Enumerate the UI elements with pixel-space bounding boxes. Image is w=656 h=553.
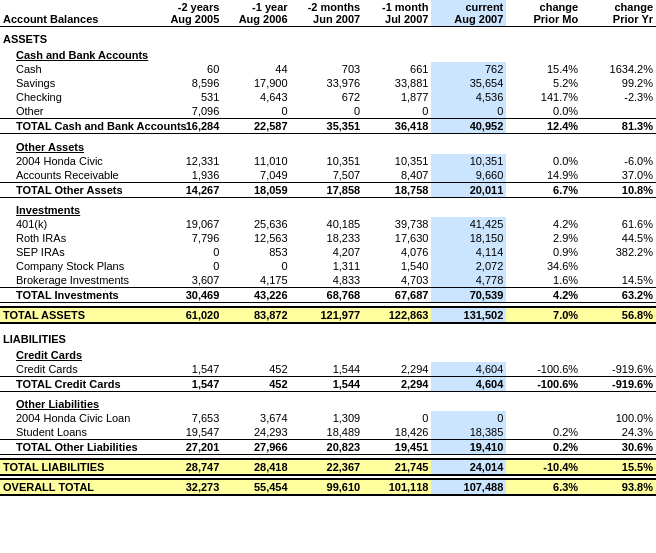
checking-row: Checking 531 4,643 672 1,877 4,536 141.7… <box>0 90 656 104</box>
total-liabilities-row: TOTAL LIABILITIES 28,747 28,418 22,367 2… <box>0 459 656 475</box>
brokerage-row: Brokerage Investments 3,607 4,175 4,833 … <box>0 273 656 288</box>
accounts-receivable-row: Accounts Receivable 1,936 7,049 7,507 8,… <box>0 168 656 183</box>
col-header-current: current Aug 2007 <box>431 0 506 27</box>
student-loans-row: Student Loans 19,547 24,293 18,489 18,42… <box>0 425 656 440</box>
sep-ira-row: SEP IRAs 0 853 4,207 4,076 4,114 0.9% 38… <box>0 245 656 259</box>
cash-subsection-header: Cash and Bank Accounts <box>0 46 656 62</box>
other-liabilities-header: Other Liabilities <box>0 395 656 411</box>
col-header-3: -2 months Jun 2007 <box>291 0 364 27</box>
savings-row: Savings 8,596 17,900 33,976 33,881 35,65… <box>0 76 656 90</box>
401k-row: 401(k) 19,067 25,636 40,185 39,738 41,42… <box>0 217 656 231</box>
assets-section-header: ASSETS <box>0 27 656 47</box>
investments-header: Investments <box>0 201 656 217</box>
cash-row: Cash 60 44 703 661 762 15.4% 1634.2% <box>0 62 656 76</box>
total-credit-cards-row: TOTAL Credit Cards 1,547 452 1,544 2,294… <box>0 376 656 391</box>
roth-ira-row: Roth IRAs 7,796 12,563 18,233 17,630 18,… <box>0 231 656 245</box>
total-investments-row: TOTAL Investments 30,469 43,226 68,768 6… <box>0 288 656 303</box>
other-cash-row: Other 7,096 0 0 0 0 0.0% <box>0 104 656 119</box>
credit-cards-row: Credit Cards 1,547 452 1,544 2,294 4,604… <box>0 362 656 377</box>
col-header-6: change Prior Mo <box>506 0 581 27</box>
col-header-7: change Prior Yr <box>581 0 656 27</box>
honda-loan-row: 2004 Honda Civic Loan 7,653 3,674 1,309 … <box>0 411 656 425</box>
total-assets-row: TOTAL ASSETS 61,020 83,872 121,977 122,8… <box>0 307 656 323</box>
column-header-row: Account Balances -2 years Aug 2005 -1 ye… <box>0 0 656 27</box>
total-other-liabilities-row: TOTAL Other Liabilities 27,201 27,966 20… <box>0 440 656 455</box>
credit-cards-header: Credit Cards <box>0 346 656 362</box>
col-header-2: -1 year Aug 2006 <box>222 0 290 27</box>
col-header-1: -2 years Aug 2005 <box>154 0 222 27</box>
total-other-assets-row: TOTAL Other Assets 14,267 18,059 17,858 … <box>0 182 656 197</box>
liabilities-section-header: LIABILITIES <box>0 327 656 346</box>
col-header-4: -1 month Jul 2007 <box>363 0 431 27</box>
overall-total-row: OVERALL TOTAL 32,273 55,454 99,610 101,1… <box>0 479 656 495</box>
account-balances-title: Account Balances <box>0 0 154 27</box>
other-assets-header: Other Assets <box>0 138 656 154</box>
main-container: Account Balances -2 years Aug 2005 -1 ye… <box>0 0 656 496</box>
company-stock-row: Company Stock Plans 0 0 1,311 1,540 2,07… <box>0 259 656 273</box>
honda-civic-row: 2004 Honda Civic 12,331 11,010 10,351 10… <box>0 154 656 168</box>
total-cash-row: TOTAL Cash and Bank Accounts 16,284 22,5… <box>0 119 656 134</box>
